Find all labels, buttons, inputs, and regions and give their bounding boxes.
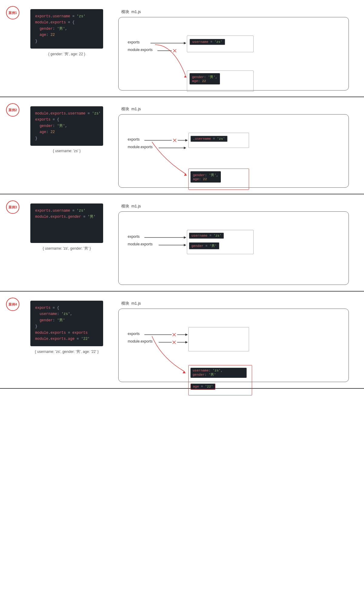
module-title-2: 模块 m1.js xyxy=(121,106,349,112)
diagram-3: exports module.exports username = 'zs' g… xyxy=(125,221,342,275)
label-module-exports-1: module.exports xyxy=(128,48,153,52)
module-box-4: exports module.exports username: 'zs', g… xyxy=(118,309,349,382)
svg-line-19 xyxy=(173,333,176,336)
label-module-exports-3: module.exports xyxy=(128,242,153,246)
bottom-outer-box-1: gender: '男', age: 22 xyxy=(187,70,254,92)
svg-marker-12 xyxy=(184,147,186,149)
module-title-3: 模块 m1.js xyxy=(121,203,349,209)
svg-marker-27 xyxy=(185,341,188,343)
username-box-2: .username = 'zs' xyxy=(190,136,228,142)
svg-line-8 xyxy=(173,139,176,142)
result-4: { username: 'zs', gender: '男', age: '22'… xyxy=(35,349,99,354)
svg-marker-10 xyxy=(185,139,188,142)
username-box-1: username = 'zs' xyxy=(190,39,225,45)
svg-line-3 xyxy=(173,49,176,52)
svg-line-24 xyxy=(173,341,176,344)
gender-age-box-1: gender: '男', age: 22 xyxy=(190,73,220,84)
svg-line-4 xyxy=(173,49,176,52)
right-panel-2: 模块 m1.js exports xyxy=(109,106,358,188)
svg-marker-1 xyxy=(184,42,186,44)
code-block-3: exports.username = 'zs' module.exports.g… xyxy=(30,203,103,243)
module-box-2: exports module.exports .username = 'zs' … xyxy=(118,114,349,188)
diagram-4: exports module.exports username: 'zs', g… xyxy=(125,318,342,373)
label-exports-1: exports xyxy=(128,40,140,44)
top-outer-box-4 xyxy=(188,327,249,351)
section-example4: 案例4 exports = { username: 'zs', gender: … xyxy=(0,292,364,389)
module-title-4: 模块 m1.js xyxy=(121,301,349,306)
module-title-1: 模块 m1.js xyxy=(121,9,349,15)
badge-example2: 案例2 xyxy=(6,103,19,117)
diagram-2: exports module.exports .username = 'zs' … xyxy=(125,124,342,178)
svg-marker-13 xyxy=(184,173,187,176)
svg-line-25 xyxy=(173,341,176,344)
result-2: { username: 'zs' } xyxy=(53,149,80,153)
gender-age-box-2: gender: '男', age: 22 xyxy=(190,171,221,183)
top-outer-box-2: .username = 'zs' xyxy=(188,133,249,148)
bottom-outer-box-2: gender: '男', age: 22 xyxy=(188,169,249,190)
left-panel-1: exports.username = 'zs' module.exports =… xyxy=(24,9,109,91)
left-panel-2: module.exports.username = 'zs' exports =… xyxy=(24,106,109,188)
left-panel-4: exports = { username: 'zs', gender: '男' … xyxy=(24,301,109,382)
svg-marker-17 xyxy=(184,244,186,246)
module-box-3: exports module.exports username = 'zs' g… xyxy=(118,211,349,285)
badge-example1: 案例1 xyxy=(6,6,19,19)
label-exports-3: exports xyxy=(128,234,140,239)
code-block-4: exports = { username: 'zs', gender: '男' … xyxy=(30,301,103,346)
label-module-exports-2: module.exports xyxy=(128,145,153,149)
svg-marker-28 xyxy=(183,371,186,373)
label-module-exports-4: module.exports xyxy=(128,339,153,343)
bottom-outer-box-4: username: 'zs', gender: '男' age = '22' xyxy=(188,365,252,395)
username-box-3: username = 'zs' xyxy=(189,233,224,239)
label-exports-4: exports xyxy=(128,332,140,336)
svg-marker-5 xyxy=(184,75,187,77)
code-block-1: exports.username = 'zs' module.exports =… xyxy=(30,9,103,49)
svg-line-7 xyxy=(173,139,176,142)
left-panel-3: exports.username = 'zs' module.exports.g… xyxy=(24,203,109,285)
top-outer-box-1: username = 'zs' xyxy=(187,36,254,52)
badge-example4: 案例4 xyxy=(6,298,19,311)
right-panel-4: 模块 m1.js xyxy=(109,301,358,382)
svg-marker-15 xyxy=(184,236,186,239)
code-block-2: module.exports.username = 'zs' exports =… xyxy=(30,106,103,146)
right-panel-1: 模块 m1.js exports module xyxy=(109,9,358,91)
result-3: { username: 'zs', gender: '男' } xyxy=(43,246,91,251)
section-example1: 案例1 exports.username = 'zs' module.expor… xyxy=(0,0,364,97)
outer-box-3: username = 'zs' gender = '男' xyxy=(187,230,254,254)
svg-marker-22 xyxy=(185,333,188,336)
diagram-1: exports module.exports username = 'zs' g… xyxy=(125,26,342,81)
gender-box-3: gender = '男' xyxy=(189,242,219,249)
section-example3: 案例3 exports.username = 'zs' module.expor… xyxy=(0,194,364,292)
right-panel-3: 模块 m1.js exports module.exports username… xyxy=(109,203,358,285)
badge-example3: 案例3 xyxy=(6,200,19,214)
result-1: { gender: '男', age: 22 } xyxy=(48,52,85,57)
svg-line-20 xyxy=(173,333,176,336)
age-box-4: age = '22' xyxy=(190,384,215,390)
label-exports-2: exports xyxy=(128,137,140,142)
section-example2: 案例2 module.exports.username = 'zs' expor… xyxy=(0,97,364,194)
username-gender-box-4: username: 'zs', gender: '男' xyxy=(190,368,247,378)
module-box-1: exports module.exports username = 'zs' g… xyxy=(118,17,349,91)
